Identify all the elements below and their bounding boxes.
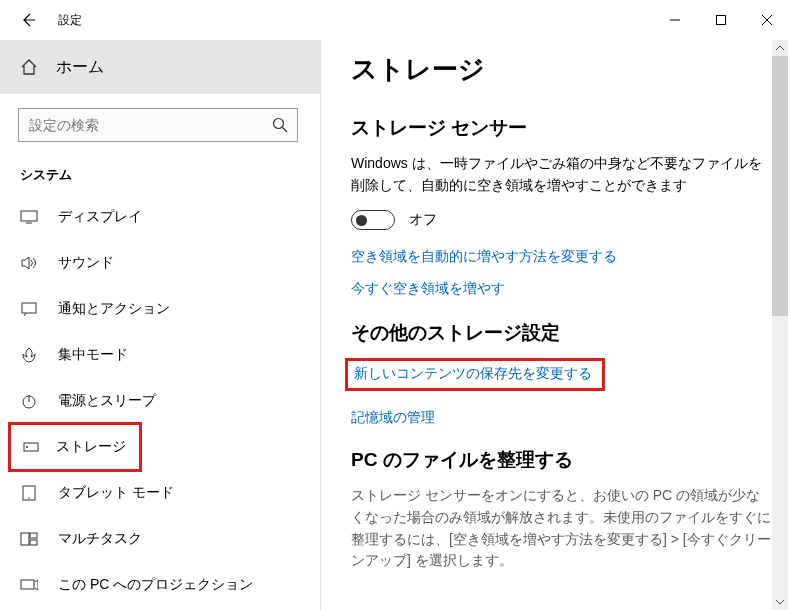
- scroll-down-button[interactable]: [772, 594, 788, 610]
- sound-icon: [20, 254, 38, 272]
- chevron-down-icon: [775, 597, 785, 607]
- sidebar-item-focus[interactable]: 集中モード: [0, 332, 320, 378]
- section-storage-sense: ストレージ センサー: [351, 115, 771, 141]
- notifications-icon: [20, 300, 38, 318]
- svg-rect-11: [30, 540, 37, 545]
- sidebar-item-multitask[interactable]: マルチタスク: [0, 516, 320, 562]
- projection-icon: [20, 576, 38, 594]
- power-icon: [20, 392, 38, 410]
- sidebar-item-label: ストレージ: [56, 438, 126, 456]
- scrollbar-thumb[interactable]: [772, 56, 788, 316]
- link-storage-spaces[interactable]: 記憶域の管理: [351, 409, 771, 427]
- link-change-auto-free[interactable]: 空き領域を自動的に増やす方法を変更する: [351, 248, 771, 266]
- sidebar-item-power[interactable]: 電源とスリープ: [0, 378, 320, 424]
- nav-home[interactable]: ホーム: [0, 40, 320, 94]
- toggle-knob: [356, 215, 367, 226]
- svg-rect-9: [21, 533, 29, 545]
- svg-rect-0: [717, 16, 726, 25]
- sidebar-item-tablet[interactable]: タブレット モード: [0, 470, 320, 516]
- sidebar-item-label: 通知とアクション: [58, 300, 170, 318]
- sidebar-item-label: サウンド: [58, 254, 114, 272]
- search-input[interactable]: [19, 109, 297, 141]
- sidebar-item-label: この PC へのプロジェクション: [58, 576, 253, 594]
- sidebar-item-notifications[interactable]: 通知とアクション: [0, 286, 320, 332]
- focus-icon: [20, 346, 38, 364]
- sidebar-item-label: タブレット モード: [58, 484, 174, 502]
- sidebar-item-projection[interactable]: この PC へのプロジェクション: [0, 562, 320, 608]
- link-free-now[interactable]: 今すぐ空き領域を増やす: [351, 280, 771, 298]
- minimize-icon: [670, 15, 680, 25]
- display-icon: [20, 208, 38, 226]
- close-icon: [762, 15, 772, 25]
- sidebar-section-title: システム: [0, 142, 320, 194]
- tablet-icon: [20, 484, 38, 502]
- svg-point-6: [26, 446, 28, 448]
- arrow-left-icon: [19, 11, 37, 29]
- organize-description: ストレージ センサーをオンにすると、お使いの PC の領域が少なくなった場合のみ…: [351, 485, 771, 572]
- nav-home-label: ホーム: [56, 57, 104, 78]
- section-other-storage: その他のストレージ設定: [351, 320, 771, 346]
- link-change-save-location[interactable]: 新しいコンテンツの保存先を変更する: [345, 358, 605, 391]
- page-title: ストレージ: [351, 52, 771, 87]
- sidebar-item-sound[interactable]: サウンド: [0, 240, 320, 286]
- multitask-icon: [20, 530, 38, 548]
- maximize-icon: [716, 15, 726, 25]
- storage-sense-description: Windows は、一時ファイルやごみ箱の中身など不要なファイルを削除して、自動…: [351, 153, 771, 196]
- sidebar-item-storage[interactable]: ストレージ: [10, 424, 140, 470]
- sidebar-item-label: 電源とスリープ: [58, 392, 156, 410]
- sidebar-item-label: マルチタスク: [58, 530, 142, 548]
- sidebar-item-display[interactable]: ディスプレイ: [0, 194, 320, 240]
- window-title: 設定: [58, 12, 82, 29]
- storage-icon: [22, 438, 40, 456]
- home-icon: [20, 58, 38, 76]
- svg-point-8: [28, 497, 30, 499]
- sidebar-item-label: 集中モード: [58, 346, 128, 364]
- sidebar: ホーム システム ディスプレイ サウンド 通知とアクション: [0, 40, 320, 610]
- close-button[interactable]: [744, 5, 790, 35]
- back-button[interactable]: [10, 2, 46, 38]
- search-box[interactable]: [18, 108, 298, 142]
- svg-rect-12: [21, 580, 34, 589]
- search-icon: [271, 116, 289, 138]
- svg-rect-2: [21, 211, 37, 221]
- maximize-button[interactable]: [698, 5, 744, 35]
- svg-rect-10: [30, 533, 37, 538]
- storage-sense-toggle[interactable]: [351, 210, 395, 230]
- content-pane: ストレージ ストレージ センサー Windows は、一時ファイルやごみ箱の中身…: [321, 40, 790, 610]
- svg-rect-3: [22, 303, 36, 313]
- chevron-up-icon: [775, 43, 785, 53]
- section-organize-files: PC のファイルを整理する: [351, 447, 771, 473]
- titlebar: 設定: [0, 0, 790, 40]
- toggle-state-label: オフ: [409, 211, 437, 229]
- scroll-up-button[interactable]: [772, 40, 788, 56]
- sidebar-item-label: ディスプレイ: [58, 208, 142, 226]
- svg-point-1: [274, 119, 284, 129]
- minimize-button[interactable]: [652, 5, 698, 35]
